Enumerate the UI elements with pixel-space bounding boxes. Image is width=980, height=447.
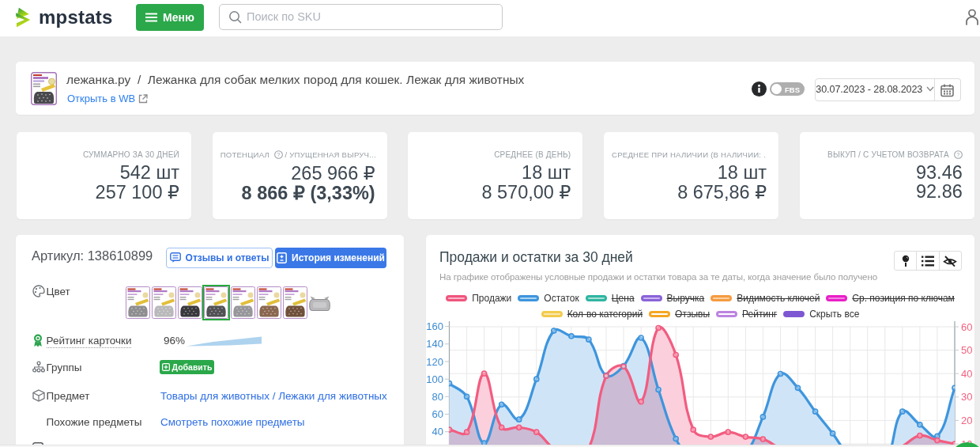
svg-text:?: ? [956,151,959,158]
svg-text:?: ? [277,151,280,158]
